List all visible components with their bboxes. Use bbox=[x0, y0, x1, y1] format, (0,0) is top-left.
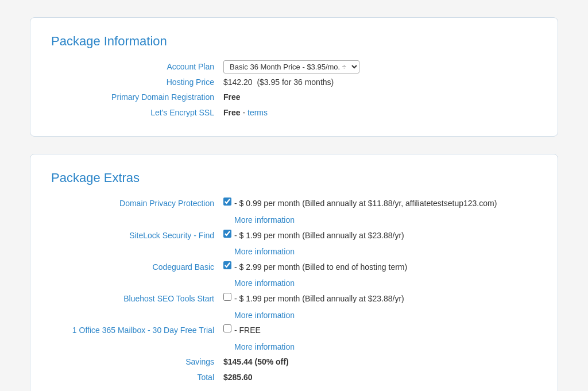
codeguard-value: - $ 2.99 per month (Billed to end of hos… bbox=[223, 260, 537, 291]
sitelock-row: SiteLock Security - Find - $ 1.99 per mo… bbox=[51, 228, 537, 260]
sitelock-value: - $ 1.99 per month (Billed annually at $… bbox=[223, 228, 537, 260]
codeguard-checkbox-line: - $ 2.99 per month (Billed to end of hos… bbox=[223, 260, 537, 275]
seo-tools-row: Bluehost SEO Tools Start - $ 1.99 per mo… bbox=[51, 291, 537, 323]
total-value: $285.60 bbox=[223, 370, 537, 385]
account-plan-value: Basic 36 Month Price - $3.95/mo. ÷ bbox=[223, 59, 537, 75]
hosting-price-row: Hosting Price $142.20 ($3.95 for 36 mont… bbox=[51, 75, 537, 90]
office365-checkbox-line: - FREE bbox=[223, 323, 537, 338]
domain-privacy-more-info[interactable]: More information bbox=[234, 212, 537, 228]
codeguard-more-info[interactable]: More information bbox=[234, 276, 537, 291]
package-information-card: Package Information Account Plan Basic 3… bbox=[30, 17, 558, 137]
sitelock-description: - $ 1.99 per month (Billed annually at $… bbox=[234, 228, 404, 243]
primary-domain-value: Free bbox=[223, 90, 537, 105]
package-information-title: Package Information bbox=[51, 34, 537, 49]
savings-amount: $145.44 (50% off) bbox=[223, 357, 289, 366]
sitelock-checkbox-line: - $ 1.99 per month (Billed annually at $… bbox=[223, 228, 537, 243]
account-plan-row: Account Plan Basic 36 Month Price - $3.9… bbox=[51, 59, 537, 75]
sitelock-more-info[interactable]: More information bbox=[234, 244, 537, 260]
primary-domain-row: Primary Domain Registration Free bbox=[51, 90, 537, 105]
office365-checkbox[interactable] bbox=[223, 324, 231, 332]
savings-value: $145.44 (50% off) bbox=[223, 354, 537, 370]
domain-privacy-checkbox[interactable] bbox=[223, 198, 231, 206]
package-extras-card: Package Extras Domain Privacy Protection… bbox=[30, 154, 558, 391]
ssl-label: Let's Encrypt SSL bbox=[51, 105, 223, 121]
sitelock-label: SiteLock Security - Find bbox=[51, 228, 223, 260]
seo-tools-checkbox-row: - $ 1.99 per month (Billed annually at $… bbox=[223, 291, 537, 323]
seo-tools-description: - $ 1.99 per month (Billed annually at $… bbox=[234, 291, 404, 307]
codeguard-description: - $ 2.99 per month (Billed to end of hos… bbox=[234, 260, 407, 275]
ssl-value: Free - terms bbox=[223, 105, 537, 121]
savings-label: Savings bbox=[51, 354, 223, 370]
domain-privacy-value: - $ 0.99 per month (Billed annually at $… bbox=[223, 196, 537, 227]
primary-domain-label: Primary Domain Registration bbox=[51, 90, 223, 105]
seo-tools-checkbox-line: - $ 1.99 per month (Billed annually at $… bbox=[223, 291, 537, 307]
total-label: Total bbox=[51, 370, 223, 385]
domain-privacy-label: Domain Privacy Protection bbox=[51, 196, 223, 227]
seo-tools-label: Bluehost SEO Tools Start bbox=[51, 291, 223, 323]
codeguard-label: Codeguard Basic bbox=[51, 260, 223, 291]
domain-privacy-checkbox-row: - $ 0.99 per month (Billed annually at $… bbox=[223, 196, 537, 227]
package-extras-title: Package Extras bbox=[51, 171, 537, 185]
office365-value: - FREE More information bbox=[223, 323, 537, 354]
domain-privacy-row: Domain Privacy Protection - $ 0.99 per m… bbox=[51, 196, 537, 227]
savings-row: Savings $145.44 (50% off) bbox=[51, 354, 537, 370]
codeguard-checkbox[interactable] bbox=[223, 261, 231, 269]
ssl-row: Let's Encrypt SSL Free - terms bbox=[51, 105, 537, 121]
total-row: Total $285.60 bbox=[51, 370, 537, 385]
seo-tools-more-info[interactable]: More information bbox=[234, 308, 537, 323]
office365-label: 1 Office 365 Mailbox - 30 Day Free Trial bbox=[51, 323, 223, 354]
domain-privacy-description: - $ 0.99 per month (Billed annually at $… bbox=[234, 196, 497, 211]
office365-more-info[interactable]: More information bbox=[234, 339, 537, 355]
package-information-table: Account Plan Basic 36 Month Price - $3.9… bbox=[51, 59, 537, 120]
sitelock-checkbox[interactable] bbox=[223, 230, 231, 238]
seo-tools-value: - $ 1.99 per month (Billed annually at $… bbox=[223, 291, 537, 323]
codeguard-row: Codeguard Basic - $ 2.99 per month (Bill… bbox=[51, 260, 537, 291]
hosting-price-label: Hosting Price bbox=[51, 75, 223, 90]
package-extras-table: Domain Privacy Protection - $ 0.99 per m… bbox=[51, 196, 537, 385]
domain-privacy-checkbox-line: - $ 0.99 per month (Billed annually at $… bbox=[223, 196, 537, 211]
seo-tools-checkbox[interactable] bbox=[223, 293, 231, 301]
office365-row: 1 Office 365 Mailbox - 30 Day Free Trial… bbox=[51, 323, 537, 354]
account-plan-select[interactable]: Basic 36 Month Price - $3.95/mo. ÷ bbox=[223, 60, 359, 73]
office365-checkbox-row: - FREE More information bbox=[223, 323, 537, 354]
ssl-terms-link[interactable]: terms bbox=[247, 108, 268, 117]
account-plan-label: Account Plan bbox=[51, 59, 223, 75]
codeguard-checkbox-row: - $ 2.99 per month (Billed to end of hos… bbox=[223, 260, 537, 291]
office365-description: - FREE bbox=[234, 323, 261, 338]
hosting-price-value: $142.20 ($3.95 for 36 months) bbox=[223, 75, 537, 90]
page-wrapper: Package Information Account Plan Basic 3… bbox=[24, 11, 564, 391]
sitelock-checkbox-row: - $ 1.99 per month (Billed annually at $… bbox=[223, 228, 537, 260]
total-amount: $285.60 bbox=[223, 373, 253, 382]
